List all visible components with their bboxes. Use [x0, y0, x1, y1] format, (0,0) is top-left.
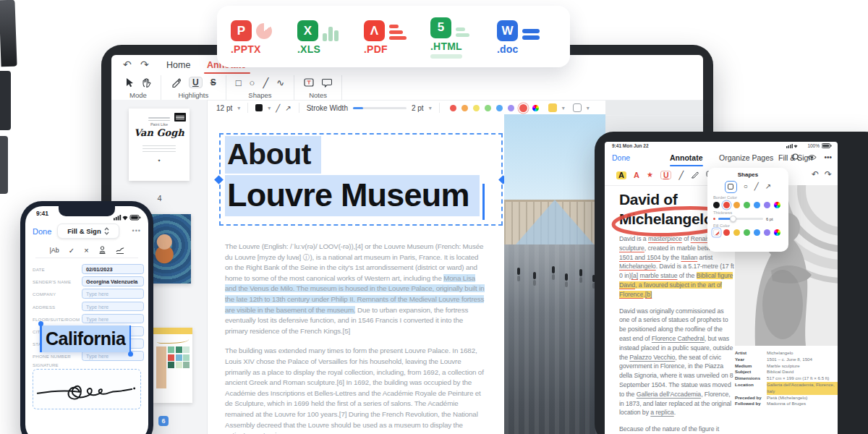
highlight-text-tool-icon[interactable]: A: [616, 171, 626, 179]
color-swatch[interactable]: [723, 229, 730, 236]
chevron-down-icon[interactable]: ▾: [587, 105, 590, 111]
redo-icon[interactable]: ↷: [140, 59, 149, 70]
color-swatch[interactable]: [532, 105, 539, 111]
favorite-tool-icon[interactable]: ★: [647, 171, 653, 179]
color-swatch[interactable]: [774, 202, 780, 208]
pencil-tool-icon[interactable]: [691, 171, 699, 180]
fill-color-swatch[interactable]: [573, 103, 582, 112]
color-swatch[interactable]: [496, 105, 503, 111]
table-row: Dimensions 517 cm × 199 cm (17 ft × 6.5 …: [735, 375, 838, 382]
cross-tool-icon[interactable]: ×: [84, 247, 88, 255]
tab-home[interactable]: Home: [166, 60, 190, 70]
signature-tool-icon[interactable]: [116, 246, 124, 255]
book-pretitle: Paint Like: [129, 122, 190, 127]
form-field-row: SENDER'S NAME Georgina Valenzuela: [25, 276, 148, 287]
square-shape-option[interactable]: [725, 181, 737, 193]
undo-icon[interactable]: ↶: [123, 59, 132, 70]
chevron-down-icon[interactable]: ▾: [237, 105, 240, 111]
undo-icon[interactable]: ↶: [812, 169, 819, 179]
page-thumbnail-book-cover[interactable]: Paint Like Van Gogh ✦: [129, 109, 190, 181]
selection-handle-left[interactable]: [214, 175, 224, 184]
underline-tool-icon[interactable]: U: [189, 77, 203, 88]
field-input[interactable]: Type here: [82, 351, 144, 361]
color-swatch[interactable]: [774, 229, 780, 236]
color-swatch[interactable]: [485, 105, 491, 111]
text-caret-left[interactable]: [40, 326, 42, 352]
border-color-row: [713, 202, 783, 208]
ipad-nav-bar: Done Annotate Organize Pages Fill & Sign…: [605, 150, 838, 166]
stamp-tool-icon[interactable]: [98, 246, 106, 255]
text-color-tool-icon[interactable]: A: [634, 171, 639, 179]
text-tool-icon[interactable]: |Ab: [49, 247, 59, 254]
done-button[interactable]: Done: [33, 227, 51, 236]
stroke-width-slider[interactable]: [353, 107, 407, 109]
text-color-swatch[interactable]: [255, 104, 263, 111]
color-swatch[interactable]: [450, 105, 456, 111]
text-caret-right[interactable]: [129, 326, 132, 352]
arrow-tool-icon[interactable]: ↗: [285, 104, 291, 112]
field-label: SENDER'S NAME: [33, 279, 71, 284]
ipad-status-bar: 9:41 Mon Jun 22 100%: [605, 143, 838, 150]
text-lines-icon: [389, 25, 407, 40]
field-input[interactable]: Type here: [82, 302, 144, 312]
tab-organize-pages[interactable]: Organize Pages: [719, 153, 773, 162]
arrow-shape-option[interactable]: ↗: [765, 183, 771, 190]
done-button[interactable]: Done: [612, 153, 630, 162]
highlighter-icon[interactable]: [171, 77, 181, 88]
redo-icon[interactable]: ↷: [825, 169, 832, 179]
color-swatch[interactable]: [461, 105, 468, 111]
color-swatch[interactable]: [473, 105, 480, 111]
color-swatch[interactable]: [754, 202, 760, 208]
color-swatch[interactable]: [713, 202, 720, 208]
mode-picker[interactable]: Fill & Sign: [57, 224, 119, 239]
signature-field[interactable]: [33, 369, 141, 409]
chevron-down-icon[interactable]: ▾: [562, 105, 565, 111]
color-swatch[interactable]: [713, 229, 720, 236]
eye-icon[interactable]: [807, 154, 817, 161]
page-thumbnail-magazine[interactable]: [153, 328, 192, 403]
color-swatch[interactable]: [764, 229, 770, 236]
chevron-down-icon[interactable]: ▾: [429, 105, 432, 111]
rectangle-icon[interactable]: □: [236, 78, 242, 88]
underline-tool-icon[interactable]: U: [660, 171, 672, 180]
color-swatch[interactable]: [754, 229, 760, 236]
pointer-icon[interactable]: [125, 77, 134, 88]
more-menu-icon[interactable]: •••: [132, 227, 141, 234]
line-tool-icon[interactable]: ╱: [276, 104, 280, 112]
line-icon[interactable]: ╱: [263, 78, 268, 88]
highlight-color-swatch[interactable]: [548, 103, 557, 112]
comment-icon[interactable]: [322, 78, 332, 88]
decorative-line: [430, 54, 462, 59]
hand-icon[interactable]: [142, 77, 151, 88]
circle-shape-option[interactable]: ○: [744, 183, 748, 190]
powerpoint-icon: P: [231, 20, 252, 41]
chevron-down-icon[interactable]: ▾: [268, 105, 271, 111]
color-swatch[interactable]: [508, 105, 514, 111]
checkmark-tool-icon[interactable]: ✓: [69, 247, 75, 255]
field-input[interactable]: Type here: [82, 289, 144, 299]
more-menu-icon[interactable]: •••: [824, 153, 832, 161]
search-icon[interactable]: [792, 153, 800, 161]
color-swatch[interactable]: [519, 104, 527, 112]
color-swatch[interactable]: [733, 229, 740, 236]
font-size-value[interactable]: 12 pt: [216, 104, 232, 112]
thickness-slider[interactable]: [718, 218, 763, 220]
text-box-icon[interactable]: [304, 78, 314, 87]
field-input[interactable]: Georgina Valenzuela: [82, 276, 144, 286]
tab-annotate[interactable]: Annotate: [670, 153, 703, 162]
strikethrough-tool-icon[interactable]: S: [210, 78, 216, 87]
stroke-width-value[interactable]: 2 pt: [412, 104, 424, 112]
ellipse-icon[interactable]: ○: [250, 78, 255, 88]
field-input[interactable]: Type here: [82, 314, 144, 324]
color-swatch[interactable]: [744, 229, 750, 236]
field-input[interactable]: 02/01/2023: [82, 264, 144, 274]
color-swatch[interactable]: [723, 202, 730, 208]
color-swatch[interactable]: [733, 202, 740, 208]
paragraph: The building was extended many times to …: [225, 346, 487, 434]
line-shape-option[interactable]: ╱: [754, 183, 759, 190]
state-text-overlay[interactable]: California: [41, 326, 130, 352]
freehand-icon[interactable]: ∿: [276, 78, 284, 88]
line-tool-icon[interactable]: ╱: [678, 171, 684, 179]
color-swatch[interactable]: [764, 202, 770, 208]
color-swatch[interactable]: [744, 202, 750, 208]
